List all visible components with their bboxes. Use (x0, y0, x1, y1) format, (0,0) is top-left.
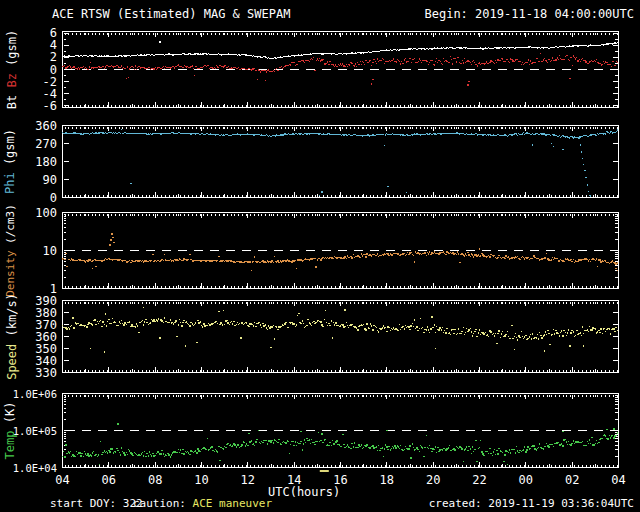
ytick-label: 1.0E+06 (13, 388, 57, 400)
xtick-label: 18 (380, 473, 394, 487)
panel-bt-bz: 6420-2-4-6Bt Bz (gsm) (5, 26, 619, 112)
x-axis-title: UTC(hours) (268, 486, 340, 499)
ytick-label: 90 (43, 173, 57, 187)
ace-rtsw-plot: 6420-2-4-6Bt Bz (gsm)360270180900Phi (gs… (0, 0, 640, 512)
ylabel-temp: Temp (K) (3, 402, 17, 460)
plot-svg: 6420-2-4-6Bt Bz (gsm)360270180900Phi (gs… (0, 0, 640, 512)
panel-temp: 1.0E+061.0E+051.0E+04Temp (K) (3, 388, 619, 474)
ytick-label: 0 (50, 191, 57, 205)
begin-timestamp: Begin: 2019-11-18 04:00:00UTC (424, 8, 634, 21)
bt-trace (62, 41, 618, 59)
maneuver-marker (320, 470, 329, 472)
xtick-label: 22 (472, 473, 486, 487)
temp-trace (62, 423, 618, 465)
ytick-label: 1.0E+04 (13, 462, 57, 474)
xtick-label: 08 (148, 473, 162, 487)
speed-trace (62, 307, 618, 353)
panel-density: 100101Density (/cm3) (4, 204, 619, 297)
ylabel-bt-bz: Bt Bz (gsm) (5, 30, 19, 110)
created-timestamp: created: 2019-11-19 03:36:04UTC (429, 497, 634, 510)
caution-note: caution: ACE maneuver (133, 497, 272, 510)
start-doy: start DOY: 322 (50, 497, 143, 510)
panel-phi: 360270180900Phi (gsm) (3, 119, 619, 205)
xtick-label: 10 (194, 473, 208, 487)
caution-value: ACE maneuver (193, 497, 272, 510)
ytick-label: 10 (43, 244, 57, 258)
ytick-label: 360 (35, 119, 57, 133)
xtick-label: 00 (519, 473, 533, 487)
ytick-label: 180 (35, 155, 57, 169)
ylabel-speed: Speed (km/s) (5, 293, 19, 380)
phi-trace (62, 129, 618, 197)
xtick-label: 04 (611, 473, 625, 487)
xtick-label: 20 (426, 473, 440, 487)
ytick-label: -6 (43, 99, 57, 113)
x-axis-tick-labels: 04060810121416182022000204 (55, 473, 625, 487)
xtick-label: 06 (102, 473, 116, 487)
xtick-label: 04 (55, 473, 69, 487)
ylabel-phi: Phi (gsm) (3, 129, 17, 194)
xtick-label: 12 (241, 473, 255, 487)
ytick-label: 330 (35, 366, 57, 380)
density-trace (62, 233, 618, 271)
panel-speed: 390380370360350340330Speed (km/s) (5, 293, 619, 380)
ytick-label: 270 (35, 137, 57, 151)
ytick-label: 1.0E+05 (13, 425, 57, 437)
xtick-label: 02 (565, 473, 579, 487)
ytick-label: 100 (35, 206, 57, 220)
ylabel-density: Density (/cm3) (4, 204, 17, 297)
plot-title: ACE RTSW (Estimated) MAG & SWEPAM (52, 8, 290, 21)
caution-label: caution: (133, 497, 193, 510)
